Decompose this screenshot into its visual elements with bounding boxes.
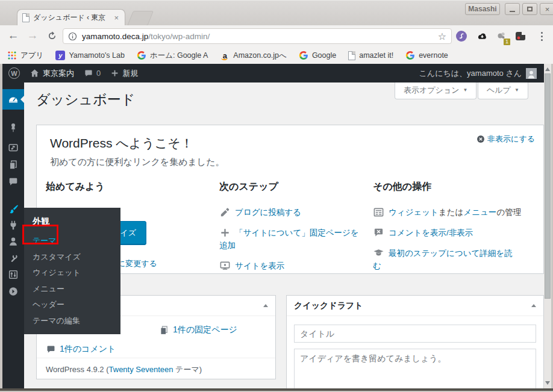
- bookmarks-bar: アプリ y Yamamoto's Lab ホーム: Google A a Ama…: [0, 47, 553, 64]
- link-label: 1件のコメント: [60, 344, 116, 355]
- sidebar-item-users[interactable]: [2, 232, 24, 250]
- flyout-item-editor[interactable]: テーマの編集: [24, 313, 120, 329]
- wp-admin-bar: W 東京案内 0 新規 こんにちは、yamamoto さん: [2, 64, 551, 82]
- bookmark-yamamoto[interactable]: y Yamamoto's Lab: [55, 51, 124, 60]
- url-host: yamamoto.deca.jp: [82, 32, 148, 41]
- browser-menu-button[interactable]: [536, 30, 548, 42]
- sidebar-item-pages[interactable]: [2, 156, 24, 174]
- link-label: ブログに投稿する: [235, 208, 301, 217]
- sidebar-item-plugins[interactable]: [2, 216, 24, 234]
- google-favicon: [299, 51, 308, 60]
- bookmark-label: evernote: [419, 51, 448, 60]
- annotation-highlight-box: [22, 225, 58, 244]
- flyout-item-menus[interactable]: メニュー: [24, 281, 120, 297]
- comments-menu[interactable]: 0: [84, 69, 101, 78]
- current-item-arrow: [20, 96, 24, 103]
- comments-count-link[interactable]: 1件のコメント: [46, 344, 116, 355]
- comments-toggle-link[interactable]: コメントを表示/非表示: [373, 227, 516, 240]
- tab-favicon-page-icon: [22, 13, 30, 22]
- users-icon: [8, 236, 19, 247]
- graduation-cap-icon: [373, 247, 384, 259]
- sidebar-collapse-button[interactable]: [2, 282, 24, 300]
- bookmark-google-home[interactable]: ホーム: Google A: [137, 51, 208, 61]
- settings-icon: [8, 269, 19, 280]
- wordpress-logo-icon: W: [8, 67, 20, 79]
- address-bar[interactable]: yamamoto.deca.jp/tokyo/wp-admin/ ☆: [63, 28, 452, 44]
- bookmark-star-icon[interactable]: ☆: [438, 31, 446, 42]
- sidebar-item-comments[interactable]: [2, 173, 24, 191]
- reload-button[interactable]: [43, 27, 60, 44]
- sidebar-item-media[interactable]: [2, 138, 24, 157]
- my-account-menu[interactable]: こんにちは、yamamoto さん: [419, 68, 537, 79]
- bookmark-evernote[interactable]: evernote: [405, 51, 448, 60]
- extension-cloud-download-icon[interactable]: [475, 29, 489, 43]
- google-favicon: [405, 51, 415, 60]
- flyout-item-widgets[interactable]: ウィジェット: [24, 265, 120, 281]
- page-scrollbar[interactable]: [544, 64, 551, 388]
- draft-title-input[interactable]: [294, 325, 536, 343]
- widgets-link[interactable]: ウィジェット: [389, 208, 439, 217]
- back-button[interactable]: ←: [5, 27, 22, 44]
- theme-link[interactable]: Twenty Seventeen: [109, 365, 173, 374]
- wp-logo-menu[interactable]: W: [8, 67, 20, 79]
- extension-ghostery-icon[interactable]: [454, 29, 469, 43]
- screen-options-label: 表示オプション: [404, 86, 460, 95]
- dashboard-icon: [7, 93, 19, 105]
- welcome-subtitle: 初めての方に便利なリンクを集めました。: [50, 157, 225, 168]
- sidebar-item-appearance[interactable]: [2, 200, 24, 218]
- quick-draft-panel: クイックドラフト: [286, 295, 544, 388]
- plus-icon: [110, 69, 119, 78]
- forward-button[interactable]: →: [24, 27, 41, 44]
- menus-link[interactable]: メニュー: [463, 208, 496, 217]
- screen-options-button[interactable]: 表示オプション▼: [395, 82, 476, 99]
- write-post-link[interactable]: ブログに投稿する: [219, 207, 364, 219]
- view-site-link[interactable]: サイトを表示: [219, 260, 364, 273]
- bookmark-google[interactable]: Google: [299, 51, 336, 60]
- new-content-menu[interactable]: 新規: [110, 68, 138, 79]
- tools-wrench-icon: [8, 253, 19, 264]
- session-user-label[interactable]: Masashi: [465, 3, 500, 15]
- window-close-button[interactable]: ×: [540, 3, 553, 15]
- dismiss-welcome-link[interactable]: 非表示にする: [476, 134, 535, 145]
- collapse-toggle-icon[interactable]: [531, 304, 536, 307]
- extension-session-icon[interactable]: 1: [494, 29, 508, 43]
- sidebar-item-dashboard[interactable]: [2, 89, 24, 110]
- help-button[interactable]: ヘルプ▼: [478, 82, 528, 99]
- scrollbar-thumb[interactable]: [545, 73, 551, 299]
- sidebar-item-settings[interactable]: [2, 266, 24, 284]
- bookmark-label: amazlet it!: [359, 51, 393, 60]
- sidebar-item-tools[interactable]: [2, 249, 24, 267]
- version-suffix: テーマ): [173, 365, 202, 374]
- extension-clipper-icon[interactable]: [513, 29, 528, 43]
- info-icon[interactable]: [68, 32, 77, 41]
- maximize-icon: [527, 7, 533, 11]
- browser-tab[interactable]: ダッシュボード ‹ 東京 ×: [17, 9, 125, 26]
- panel-header[interactable]: クイックドラフト: [287, 296, 543, 316]
- pages-count-link[interactable]: 1件の固定ページ: [159, 325, 237, 335]
- flyout-item-header[interactable]: ヘッダー: [24, 297, 120, 313]
- bookmark-label: ホーム: Google A: [150, 51, 208, 61]
- draft-content-textarea[interactable]: [294, 349, 536, 388]
- collapse-toggle-icon[interactable]: [263, 304, 268, 307]
- site-name-menu[interactable]: 東京案内: [30, 68, 74, 79]
- window-minimize-button[interactable]: [505, 3, 520, 15]
- sidebar-item-posts[interactable]: [2, 119, 24, 137]
- bookmark-amazlet[interactable]: amazlet it!: [348, 51, 393, 60]
- learn-more-link[interactable]: 最初のステップについて詳細を読む: [373, 247, 516, 273]
- tab-close-icon[interactable]: ×: [113, 13, 120, 22]
- new-label: 新規: [122, 68, 138, 79]
- manage-widgets-menus-line[interactable]: ウィジェットまたはメニューの管理: [373, 207, 516, 219]
- collapse-menu-icon: [8, 286, 19, 297]
- comment-bubble-icon: [46, 344, 56, 355]
- add-about-page-link[interactable]: 「サイトについて」固定ページを追加: [219, 227, 364, 252]
- new-tab-button[interactable]: [127, 11, 154, 26]
- bookmark-amazon[interactable]: a Amazon.co.jpへ: [220, 51, 287, 61]
- chevron-down-icon: ▼: [514, 87, 519, 93]
- apps-button[interactable]: アプリ: [7, 51, 43, 61]
- flyout-item-customize[interactable]: カスタマイズ: [24, 249, 120, 266]
- window-maximize-button[interactable]: [522, 3, 537, 15]
- scrollbar-down-arrow[interactable]: [545, 381, 550, 385]
- apps-label: アプリ: [20, 51, 43, 61]
- scrollbar-up-arrow[interactable]: [545, 67, 550, 71]
- site-name-label: 東京案内: [43, 68, 74, 79]
